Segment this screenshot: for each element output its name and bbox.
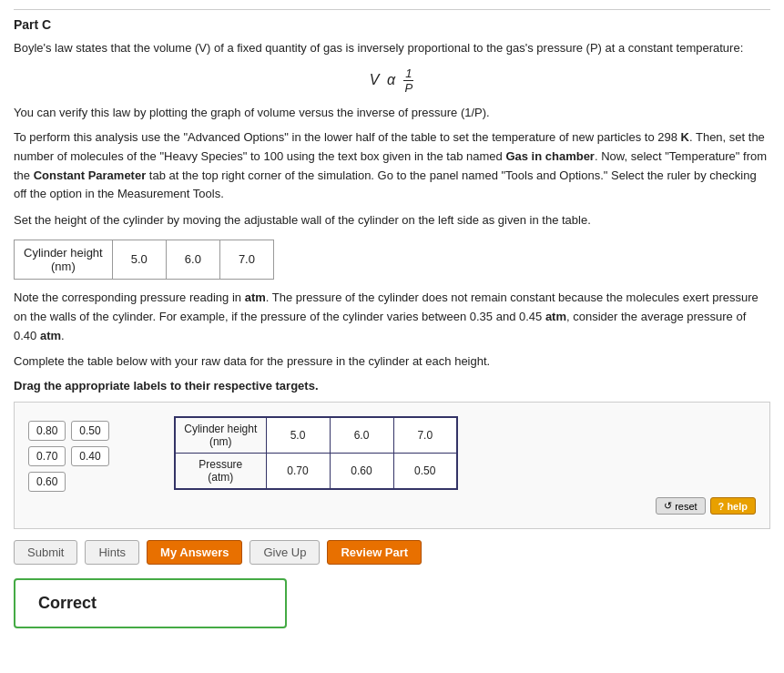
drop-table-row2-label: Pressure(atm): [175, 454, 266, 490]
drag-label-row-3: 0.60: [28, 472, 109, 492]
reset-button[interactable]: ↺ reset: [656, 497, 705, 515]
help-button[interactable]: ? help: [710, 497, 756, 515]
drag-instruction: Drag the appropriate labels to their res…: [14, 379, 770, 393]
drop-cell-pressure-3[interactable]: 0.50: [393, 454, 457, 490]
hints-button[interactable]: Hints: [85, 540, 139, 565]
reset-icon: ↺: [664, 500, 672, 512]
action-buttons-row: Submit Hints My Answers Give Up Review P…: [14, 540, 770, 565]
formula-numerator: 1: [403, 66, 413, 81]
complete-text: Complete the table below with your raw d…: [14, 352, 770, 372]
drag-label-row-1: 0.80 0.50: [28, 421, 109, 441]
intro-paragraph: Boyle's law states that the volume (V) o…: [14, 39, 770, 57]
formula-v: V: [370, 72, 380, 88]
drag-label-050[interactable]: 0.50: [71, 421, 108, 441]
drag-label-080[interactable]: 0.80: [28, 421, 66, 441]
table1-value-3: 7.0: [219, 240, 273, 279]
cylinder-height-table: Cylinder height(nm) 5.0 6.0 7.0: [14, 240, 274, 280]
drop-table-row2: Pressure(atm) 0.70 0.60 0.50: [175, 454, 457, 490]
part-title: Part C: [14, 9, 770, 32]
note-text: Note the corresponding pressure reading …: [14, 289, 770, 345]
help-label: ? help: [718, 501, 748, 512]
interactive-area: 0.80 0.50 0.70 0.40 0.60 Cylinder height…: [14, 402, 770, 529]
part-section: Part C Boyle's law states that the volum…: [14, 9, 770, 628]
instruction-2: Set the height of the cylinder by moving…: [14, 211, 770, 230]
drop-cell-height-1[interactable]: 5.0: [266, 417, 330, 454]
drag-label-070[interactable]: 0.70: [28, 446, 66, 466]
give-up-button[interactable]: Give Up: [249, 540, 320, 565]
formula-block: V α 1 P: [14, 66, 770, 95]
drag-label-040[interactable]: 0.40: [71, 446, 108, 466]
drop-cell-height-2[interactable]: 6.0: [330, 417, 393, 454]
reset-label: reset: [675, 501, 697, 512]
drop-cell-pressure-2[interactable]: 0.60: [330, 454, 393, 490]
formula-fraction: 1 P: [403, 66, 415, 95]
my-answers-button[interactable]: My Answers: [147, 540, 242, 565]
drop-cell-height-3[interactable]: 7.0: [393, 417, 457, 454]
review-part-button[interactable]: Review Part: [327, 540, 422, 565]
drop-table-row1: Cylinder height(nm) 5.0 6.0 7.0: [175, 417, 457, 454]
instruction-1: To perform this analysis use the "Advanc…: [14, 128, 770, 204]
drag-labels-container: 0.80 0.50 0.70 0.40 0.60: [28, 421, 109, 492]
drag-label-060[interactable]: 0.60: [28, 472, 66, 492]
formula-alpha: α: [382, 72, 399, 88]
correct-text: Correct: [38, 594, 97, 612]
drop-cell-pressure-1[interactable]: 0.70: [266, 454, 330, 490]
reset-help-bar: ↺ reset ? help: [174, 497, 756, 515]
table1-value-2: 6.0: [166, 240, 219, 279]
submit-button[interactable]: Submit: [14, 540, 77, 565]
drag-label-row-2: 0.70 0.40: [28, 446, 109, 466]
correct-box: Correct: [14, 578, 287, 628]
verify-text: You can verify this law by plotting the …: [14, 104, 770, 122]
drop-table: Cylinder height(nm) 5.0 6.0 7.0 Pressure…: [174, 416, 458, 490]
formula-denominator: P: [403, 81, 415, 95]
drop-table-row1-label: Cylinder height(nm): [175, 417, 266, 454]
table1-value-1: 5.0: [112, 240, 166, 279]
drop-table-container: Cylinder height(nm) 5.0 6.0 7.0 Pressure…: [174, 416, 756, 515]
table1-header: Cylinder height(nm): [15, 240, 113, 279]
